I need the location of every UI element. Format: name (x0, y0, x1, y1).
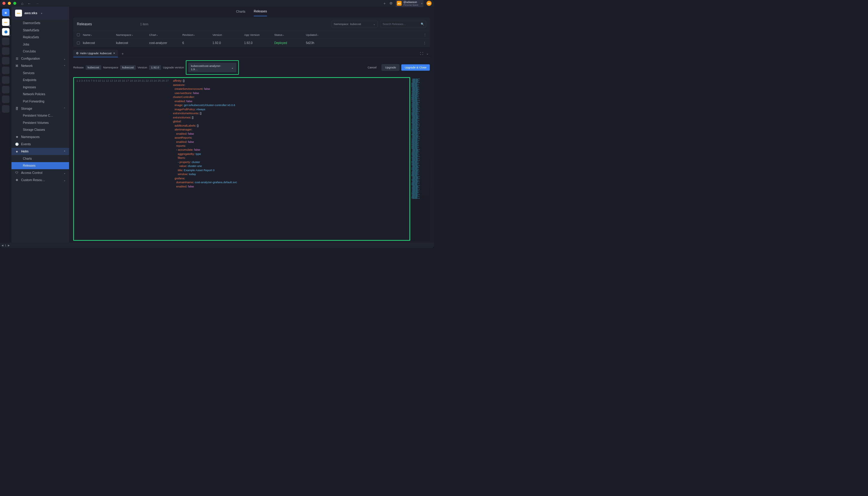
sidebar-item-services[interactable]: Services (12, 69, 69, 77)
sidebar-item-pvc[interactable]: Persistent Volume C… (12, 112, 69, 119)
sidebar-group-crd[interactable]: ✚Custom Resou…⌄ (12, 176, 69, 184)
helm-icon: ⎈ (15, 150, 19, 153)
cancel-button[interactable]: Cancel (365, 64, 380, 71)
sidebar-item-jobs[interactable]: Jobs (12, 41, 69, 48)
editor-tab-upgrade[interactable]: ⚙ Helm Upgrade: kubecost ✕ (73, 50, 118, 57)
rail-item-placeholder (2, 66, 10, 74)
top-tabs: Charts Releases (69, 6, 434, 16)
editor-tab-title: Helm Upgrade: kubecost (80, 51, 112, 55)
add-icon[interactable]: ＋ (383, 1, 386, 6)
sidebar-item-helm-charts[interactable]: Charts (12, 155, 69, 162)
upgrade-close-button[interactable]: Upgrade & Close (401, 64, 430, 71)
minimize-window[interactable] (8, 2, 11, 5)
table-header: Name▾ Namespace▾ Chart▾ Revision▾ Versio… (73, 31, 430, 38)
chevron-down-icon: ⌄ (373, 22, 375, 26)
rail-item-gcp[interactable]: 🔵⚙ (2, 28, 10, 35)
sidebar-item-helm-releases[interactable]: Releases (12, 162, 69, 169)
ns-filter-value: kubecost (350, 22, 361, 26)
traffic-lights (2, 2, 16, 5)
chevron-down-icon: ⌄ (64, 179, 66, 182)
chevron-up-icon: ⌃ (64, 64, 66, 67)
sidebar-item-ingresses[interactable]: Ingresses (12, 84, 69, 91)
user-menu[interactable]: AD @adawson Personal Space ▾ (396, 0, 423, 7)
network-icon: ⌘ (15, 64, 19, 68)
upgrade-button[interactable]: Upgrade (382, 64, 399, 71)
row-menu-icon[interactable]: ⋮ (422, 41, 426, 45)
rail-item-catalog[interactable]: ▦⚙ (2, 9, 10, 16)
releases-table: Releases 1 item Namespace: kubecost⌄ Sea… (73, 17, 430, 47)
yaml-editor[interactable]: 1 2 3 4 5 6 7 8 9 10 11 12 13 14 15 16 1… (73, 77, 410, 241)
sidebar-item-sc[interactable]: Storage Classes (12, 126, 69, 134)
version-select-value: kubecost/cost-analyzer-1.9… (191, 64, 227, 71)
sidebar-group-configuration[interactable]: ☰Configuration⌄ (12, 55, 69, 62)
editor-wrap: 1 2 3 4 5 6 7 8 9 10 11 12 13 14 15 16 1… (73, 77, 430, 241)
namespace-filter[interactable]: Namespace: kubecost⌄ (331, 21, 378, 27)
rail-item-placeholder (2, 86, 10, 93)
sidebar-item-cronjobs[interactable]: CronJobs (12, 48, 69, 55)
search-input[interactable]: Search Releases... 🔍 (381, 21, 426, 27)
cell-chart: cost-analyzer (149, 41, 182, 45)
row-checkbox[interactable] (77, 42, 80, 45)
search-placeholder: Search Releases... (383, 22, 406, 26)
sidebar-item-statefulsets[interactable]: StatefulSets (12, 27, 69, 34)
tab-releases[interactable]: Releases (254, 6, 267, 16)
content-area: Charts Releases Releases 1 item Namespac… (69, 6, 434, 243)
gear-icon: ⚙ (9, 25, 11, 27)
tab-charts[interactable]: Charts (236, 7, 245, 16)
sidebar-group-access[interactable]: 🛡Access Control⌄ (12, 169, 69, 176)
col-revision[interactable]: Revision▾ (182, 33, 213, 36)
cell-namespace: kubecost (116, 41, 149, 45)
gear-icon[interactable]: ⚙ (389, 1, 393, 5)
rail-item-aws[interactable]: aws⚙ (2, 18, 10, 26)
col-namespace[interactable]: Namespace▾ (116, 33, 149, 36)
sidebar-group-storage[interactable]: 🗄Storage⌃ (12, 105, 69, 112)
sidebar-label: Access Control (21, 171, 43, 175)
sidebar-group-events[interactable]: 🕑Events (12, 141, 69, 148)
table-row[interactable]: kubecost kubecost cost-analyzer 6 1.92.0… (73, 38, 430, 47)
sidebar-group-namespaces[interactable]: ❖Namespaces (12, 134, 69, 141)
label-release: Release (73, 66, 84, 69)
col-version: Version (213, 33, 244, 36)
version-select[interactable]: kubecost/cost-analyzer-1.9… ⌄ (188, 63, 236, 72)
maximize-icon[interactable]: ⛶ (420, 52, 423, 56)
sidebar-label: Helm (21, 150, 29, 153)
home-icon[interactable]: ⌂ (21, 1, 24, 6)
sidebar-item-endpoints[interactable]: Endpoints (12, 77, 69, 84)
minimap[interactable]: ████████ ██████ ████ ████████ ██████ ███… (410, 77, 430, 241)
label-namespace: Namespace (103, 66, 119, 69)
sidebar-item-netpol[interactable]: Network Policies (12, 91, 69, 98)
code-area[interactable]: affinity: {} awsstore: createServiceAcco… (171, 78, 239, 240)
sidebar-group-network[interactable]: ⌘Network⌃ (12, 62, 69, 69)
maximize-window[interactable] (13, 2, 16, 5)
sidebar-label: Namespaces (21, 135, 40, 139)
add-tab-button[interactable]: ＋ (118, 49, 127, 58)
chevron-up-icon: ⌃ (64, 150, 66, 153)
avatar-round[interactable]: AD (427, 1, 432, 6)
close-window[interactable] (2, 2, 5, 5)
sidebar-item-daemonsets[interactable]: DaemonSets (12, 19, 69, 27)
status-next[interactable]: ▶ (8, 244, 10, 247)
nav-back-icon[interactable]: ← (28, 1, 31, 6)
namespace-pill: kubecost (120, 65, 136, 70)
sidebar-group-helm[interactable]: ⎈Helm⌃ (12, 148, 69, 155)
sidebar-item-pv[interactable]: Persistent Volumes (12, 119, 69, 127)
titlebar: ⌂ ← → ＋ ⚙ AD @adawson Personal Space ▾ A… (0, 0, 434, 6)
col-chart[interactable]: Chart▾ (149, 33, 182, 36)
col-updated[interactable]: Updated▾ (306, 33, 422, 36)
nav-forward-icon[interactable]: → (35, 1, 39, 6)
status-bar: ◀ 1 ▶ (0, 243, 434, 248)
chevron-down-icon[interactable]: ⌄ (426, 52, 429, 56)
cell-version: 1.92.0 (213, 41, 244, 45)
sidebar-label: Custom Resou… (21, 179, 45, 182)
sidebar-item-portforward[interactable]: Port Forwarding (12, 98, 69, 105)
select-all-checkbox[interactable] (77, 33, 80, 36)
col-status[interactable]: Status▾ (274, 33, 306, 36)
close-icon[interactable]: ✕ (113, 51, 115, 55)
puzzle-icon: ✚ (15, 179, 19, 182)
status-prev[interactable]: ◀ (1, 244, 3, 247)
cluster-switcher[interactable]: aws aws:eks ▾ (12, 6, 69, 19)
user-handle: @adawson (404, 1, 418, 4)
col-name[interactable]: Name▾ (83, 33, 116, 36)
sidebar-item-replicasets[interactable]: ReplicaSets (12, 34, 69, 41)
row-menu-icon[interactable]: ⋮ (422, 33, 426, 37)
